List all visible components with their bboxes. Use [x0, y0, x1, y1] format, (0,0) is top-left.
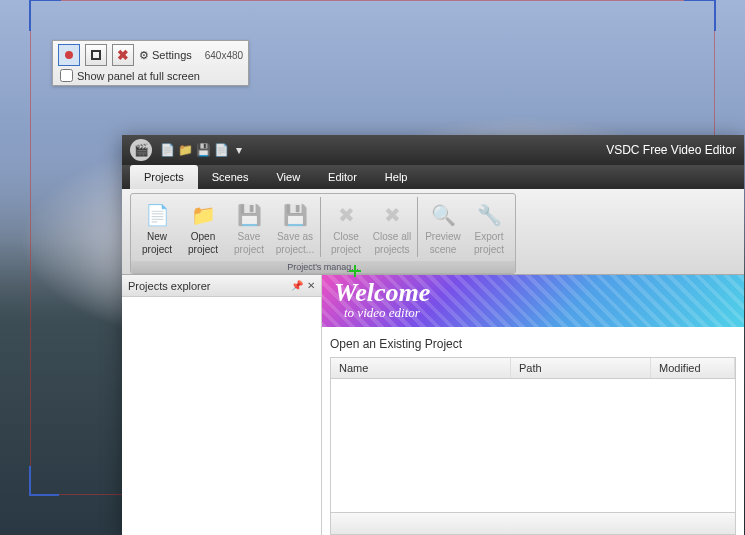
close-project-icon: ✖ [332, 201, 360, 229]
main-area: Welcome to video editor Open an Existing… [322, 275, 744, 535]
table-body[interactable] [331, 379, 735, 512]
titlebar[interactable]: 🎬 📄📁💾📄 ▾ VSDC Free Video Editor [122, 135, 744, 165]
close-all-button: ✖Close allprojects [369, 197, 415, 259]
tab-view[interactable]: View [262, 165, 314, 189]
explorer-header: Projects explorer 📌 ✕ [122, 275, 321, 297]
pin-icon[interactable]: 📌 [291, 280, 303, 291]
explorer-title: Projects explorer [128, 280, 211, 292]
export-icon: 🔧 [475, 201, 503, 229]
save-as-icon: 💾 [281, 201, 309, 229]
cancel-icon: ✖ [117, 47, 129, 63]
region-button[interactable] [85, 44, 107, 66]
close-all-icon: ✖ [378, 201, 406, 229]
save-icon[interactable]: 💾 [196, 143, 210, 157]
fullscreen-label: Show panel at full screen [77, 70, 200, 82]
app-icon: 🎬 [130, 139, 152, 161]
ribbon-separator [417, 197, 418, 257]
tab-scenes[interactable]: Scenes [198, 165, 263, 189]
close-icon[interactable]: ✕ [307, 280, 315, 291]
welcome-banner: Welcome to video editor [322, 275, 744, 327]
export-button: 🔧Exportproject [466, 197, 512, 259]
fullscreen-checkbox[interactable] [60, 69, 73, 82]
ribbon-group-label: Project's manag... [131, 261, 515, 273]
new-doc-icon[interactable]: 📄 [160, 143, 174, 157]
column-path[interactable]: Path [511, 358, 651, 378]
new-project-icon: 📄 [143, 201, 171, 229]
cancel-capture-button[interactable]: ✖ [112, 44, 134, 66]
project-table: NamePathModified [330, 357, 736, 535]
save-project-icon: 💾 [235, 201, 263, 229]
tab-projects[interactable]: Projects [130, 165, 198, 189]
workspace: Projects explorer 📌 ✕ Welcome to video e… [122, 275, 744, 535]
close-project-button: ✖Closeproject [323, 197, 369, 259]
tab-help[interactable]: Help [371, 165, 422, 189]
app-window: 🎬 📄📁💾📄 ▾ VSDC Free Video Editor Projects… [122, 135, 744, 535]
capture-toolbar: ✖ ⚙ Settings 640x480 Show panel at full … [52, 40, 249, 86]
preview-button: 🔍Previewscene [420, 197, 466, 259]
column-modified[interactable]: Modified [651, 358, 735, 378]
open-project-icon: 📁 [189, 201, 217, 229]
welcome-subtitle: to video editor [344, 305, 430, 321]
ribbon-separator [320, 197, 321, 257]
table-footer [331, 512, 735, 534]
save-project-button: 💾Saveproject [226, 197, 272, 259]
settings-button[interactable]: ⚙ Settings [139, 49, 192, 62]
table-header: NamePathModified [331, 358, 735, 379]
record-icon [65, 51, 73, 59]
settings-label: Settings [152, 49, 192, 61]
open-project-button[interactable]: 📁Openproject [180, 197, 226, 259]
open-folder-icon[interactable]: 📁 [178, 143, 192, 157]
projects-explorer: Projects explorer 📌 ✕ [122, 275, 322, 535]
save-as-button: 💾Save asproject... [272, 197, 318, 259]
column-name[interactable]: Name [331, 358, 511, 378]
explorer-body[interactable] [122, 297, 321, 535]
new-project-button[interactable]: 📄Newproject [134, 197, 180, 259]
menubar: ProjectsScenesViewEditorHelp [122, 165, 744, 189]
tab-editor[interactable]: Editor [314, 165, 371, 189]
gear-icon: ⚙ [139, 49, 149, 62]
welcome-title: Welcome [334, 281, 430, 304]
page-icon[interactable]: 📄 [214, 143, 228, 157]
app-title: VSDC Free Video Editor [606, 143, 736, 157]
qat-dropdown-icon[interactable]: ▾ [232, 143, 246, 157]
open-existing-label: Open an Existing Project [322, 327, 744, 357]
region-icon [91, 50, 101, 60]
ribbon-group-projects: 📄Newproject📁Openproject💾Saveproject💾Save… [130, 193, 516, 274]
record-button[interactable] [58, 44, 80, 66]
capture-dimensions: 640x480 [205, 50, 243, 61]
ribbon: 📄Newproject📁Openproject💾Saveproject💾Save… [122, 189, 744, 275]
preview-icon: 🔍 [429, 201, 457, 229]
